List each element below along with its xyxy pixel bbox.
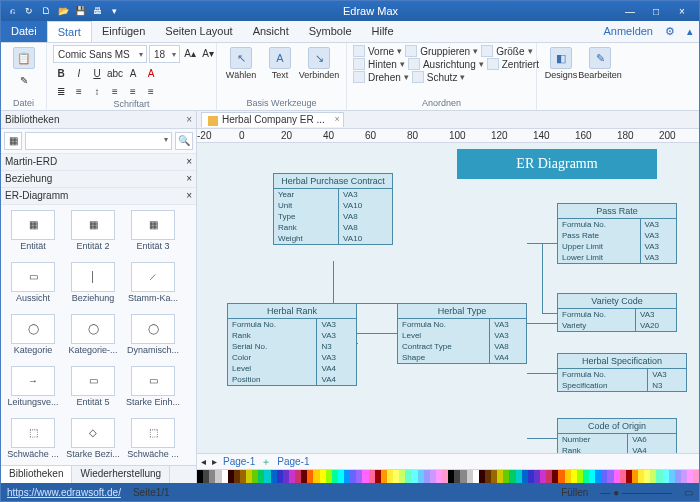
entity-purchase[interactable]: Herbal Purchase ContractYearVA3UnitVA10T…	[273, 173, 393, 245]
arrange-group[interactable]: Gruppieren	[420, 46, 470, 57]
arrange-size[interactable]: Größe	[496, 46, 524, 57]
bottom-tab-bibliotheken[interactable]: Bibliotheken	[1, 466, 72, 483]
page-nav-prev[interactable]: ◂	[201, 456, 206, 467]
document-tab[interactable]: Herbal Company ER ...×	[201, 112, 344, 126]
window-max[interactable]: □	[643, 6, 669, 17]
entity-origin[interactable]: Code of OriginNumberVA6RankVA4ProvinceVA…	[557, 418, 677, 453]
menu-start[interactable]: Start	[47, 21, 92, 42]
arrange-front[interactable]: Vorne	[368, 46, 394, 57]
diagram-title[interactable]: ER Diagramm	[457, 149, 657, 179]
qat-open-icon[interactable]: 📂	[56, 4, 70, 18]
qat-undo-icon[interactable]: ⎌	[5, 4, 19, 18]
menu-view[interactable]: Ansicht	[243, 21, 299, 42]
group-beziehung-close[interactable]: ×	[186, 173, 192, 184]
shape-Stamm-Ka...[interactable]: ⟋Stamm-Ka...	[123, 259, 183, 311]
paste-button[interactable]: 📋	[6, 45, 42, 69]
shape-Schwäche ...[interactable]: ⬚Schwäche ...	[3, 415, 63, 465]
entity-variety[interactable]: Variety CodeFormula No.VA3VarietyVA20	[557, 293, 677, 332]
shape-Aussicht[interactable]: ▭Aussicht	[3, 259, 63, 311]
strike-button[interactable]: abc	[107, 65, 123, 81]
zoom-fit-icon[interactable]: ▭	[684, 487, 693, 498]
font-shrink-icon[interactable]: A▾	[200, 45, 216, 61]
menu-insert[interactable]: Einfügen	[92, 21, 155, 42]
align-center-button[interactable]: ≡	[125, 83, 141, 99]
qat-save-icon[interactable]: 💾	[73, 4, 87, 18]
connector-tool[interactable]: ↘Verbinden	[301, 45, 337, 80]
status-fill[interactable]: Füllen	[561, 487, 588, 498]
zoom-slider[interactable]: — ● —————	[600, 487, 672, 498]
bold-button[interactable]: B	[53, 65, 69, 81]
shape-Beziehung[interactable]: │Beziehung	[63, 259, 123, 311]
fontcolor-button[interactable]: A	[143, 65, 159, 81]
doc-tab-close-icon[interactable]: ×	[335, 114, 340, 124]
shape-Kategorie-...[interactable]: ◯Kategorie-...	[63, 311, 123, 363]
qat-print-icon[interactable]: 🖶	[90, 4, 104, 18]
shape-Entität 3[interactable]: ▦Entität 3	[123, 207, 183, 259]
group-erdiagramm[interactable]: ER-Diagramm	[5, 190, 68, 201]
shape-Entität[interactable]: ▦Entität	[3, 207, 63, 259]
canvas[interactable]: ER Diagramm Herbal Purchase ContractYear…	[197, 143, 699, 453]
align-left-button[interactable]: ≡	[107, 83, 123, 99]
edit-button[interactable]: ✎Bearbeiten	[582, 45, 618, 80]
entity-pass[interactable]: Pass RateFormula No.VA3Pass RateVA3Upper…	[557, 203, 677, 264]
bottom-tab-wiederherstellung[interactable]: Wiederherstellung	[72, 466, 170, 483]
menu-symbols[interactable]: Symbole	[299, 21, 362, 42]
page-current[interactable]: Page-1	[223, 456, 255, 467]
arrange-center[interactable]: Zentriert	[502, 59, 539, 70]
page-nav-next[interactable]: ▸	[212, 456, 217, 467]
menu-file[interactable]: Datei	[1, 21, 47, 42]
font-size-select[interactable]: 18	[149, 45, 180, 63]
entity-spec[interactable]: Herbal SpecificationFormula No.VA3Specif…	[557, 353, 687, 392]
group-martin-erd[interactable]: Martin-ERD	[5, 156, 57, 167]
arrange-rotate[interactable]: Drehen	[368, 72, 401, 83]
entity-rank[interactable]: Herbal RankFormula No.VA3RankVA3Serial N…	[227, 303, 357, 386]
group-erd-close[interactable]: ×	[186, 190, 192, 201]
window-min[interactable]: —	[617, 6, 643, 17]
library-search-icon[interactable]: 🔍	[175, 132, 193, 150]
underline-button[interactable]: U	[89, 65, 105, 81]
shape-Starke Einh...[interactable]: ▭Starke Einh...	[123, 363, 183, 415]
select-tool[interactable]: ↖Wählen	[223, 45, 259, 80]
color-bar[interactable]	[197, 469, 699, 483]
collapse-ribbon-icon[interactable]: ▴	[681, 21, 699, 42]
group-martin-close[interactable]: ×	[186, 156, 192, 167]
text-tool[interactable]: AText	[262, 45, 298, 80]
settings-icon[interactable]: ⚙	[659, 21, 681, 42]
shape-Schwäche ...[interactable]: ⬚Schwäche ...	[123, 415, 183, 465]
highlight-button[interactable]: A	[125, 65, 141, 81]
library-search-input[interactable]	[25, 132, 172, 150]
menu-pagelayout[interactable]: Seiten Layout	[155, 21, 242, 42]
arrange-back[interactable]: Hinten	[368, 59, 397, 70]
numbering-button[interactable]: ≡	[71, 83, 87, 99]
shape-Entität 5[interactable]: ▭Entität 5	[63, 363, 123, 415]
italic-button[interactable]: I	[71, 65, 87, 81]
window-close[interactable]: ×	[669, 6, 695, 17]
font-family-select[interactable]: Comic Sans MS	[53, 45, 147, 63]
menu-help[interactable]: Hilfe	[362, 21, 404, 42]
bullets-button[interactable]: ≣	[53, 83, 69, 99]
library-close-icon[interactable]: ×	[186, 114, 192, 125]
library-add-icon[interactable]: ▦	[4, 132, 22, 150]
qat-new-icon[interactable]: 🗋	[39, 4, 53, 18]
signin-link[interactable]: Anmelden	[597, 21, 659, 42]
linespacing-button[interactable]: ↕	[89, 83, 105, 99]
align-right-button[interactable]: ≡	[143, 83, 159, 99]
designs-button[interactable]: ◧Designs	[543, 45, 579, 80]
page-add[interactable]: ＋	[261, 455, 271, 469]
page-alt[interactable]: Page-1	[277, 456, 309, 467]
arrange-protect[interactable]: Schutz	[427, 72, 458, 83]
qat-redo-icon[interactable]: ↻	[22, 4, 36, 18]
arrange-align[interactable]: Ausrichtung	[423, 59, 476, 70]
font-grow-icon[interactable]: A▴	[182, 45, 198, 61]
shape-Starke Bezi...[interactable]: ◇Starke Bezi...	[63, 415, 123, 465]
format-painter-icon[interactable]: ✎	[16, 72, 32, 88]
shape-Dynamisch...[interactable]: ◯Dynamisch...	[123, 311, 183, 363]
status-url[interactable]: https://www.edrawsoft.de/	[7, 487, 121, 498]
shape-Leitungsve...[interactable]: →Leitungsve...	[3, 363, 63, 415]
group-beziehung[interactable]: Beziehung	[5, 173, 52, 184]
qat-more-icon[interactable]: ▾	[107, 4, 121, 18]
color-swatch[interactable]	[693, 470, 699, 483]
shape-Entität 2[interactable]: ▦Entität 2	[63, 207, 123, 259]
entity-type[interactable]: Herbal TypeFormula No.VA3LevelVA3Contrac…	[397, 303, 527, 364]
shape-Kategorie[interactable]: ◯Kategorie	[3, 311, 63, 363]
